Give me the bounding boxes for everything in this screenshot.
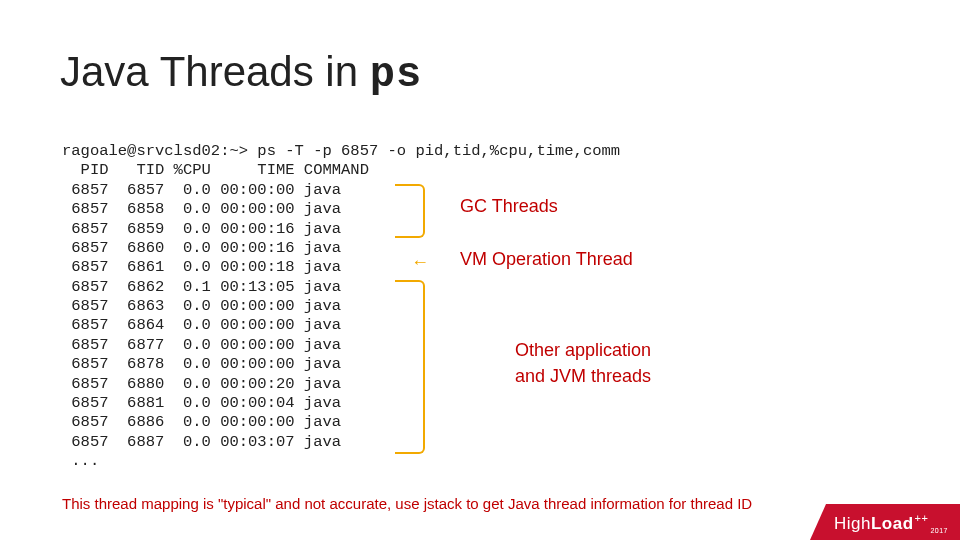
table-row: 6857 6881 0.0 00:00:04 java bbox=[62, 394, 341, 412]
brand-year: 2017 bbox=[930, 527, 948, 534]
terminal-block: ragoale@srvclsd02:~> ps -T -p 6857 -o pi… bbox=[62, 142, 620, 471]
table-row: 6857 6862 0.1 00:13:05 java bbox=[62, 278, 341, 296]
table-row: 6857 6857 0.0 00:00:00 java bbox=[62, 181, 341, 199]
table-row: 6857 6863 0.0 00:00:00 java bbox=[62, 297, 341, 315]
terminal-prompt: ragoale@srvclsd02:~> ps -T -p 6857 -o pi… bbox=[62, 142, 620, 160]
annotation-gc: GC Threads bbox=[460, 196, 558, 217]
table-row: 6857 6858 0.0 00:00:00 java bbox=[62, 200, 341, 218]
table-row: 6857 6880 0.0 00:00:20 java bbox=[62, 375, 341, 393]
annotation-other-line2: and JVM threads bbox=[515, 366, 651, 387]
brand-text: HighLoad++2017 bbox=[834, 512, 948, 534]
brand-badge: HighLoad++2017 bbox=[810, 504, 960, 540]
table-row: 6857 6886 0.0 00:00:00 java bbox=[62, 413, 341, 431]
table-row: 6857 6878 0.0 00:00:00 java bbox=[62, 355, 341, 373]
footnote: This thread mapping is "typical" and not… bbox=[62, 495, 752, 512]
table-row: 6857 6887 0.0 00:03:07 java bbox=[62, 433, 341, 451]
brand-plus: ++ bbox=[915, 512, 929, 524]
slide: Java Threads in ps ragoale@srvclsd02:~> … bbox=[0, 0, 960, 540]
bracket-gc-icon bbox=[395, 184, 425, 238]
table-row: 6857 6877 0.0 00:00:00 java bbox=[62, 336, 341, 354]
brand-strong: Load bbox=[871, 514, 914, 533]
annotation-other-line1: Other application bbox=[515, 340, 651, 361]
terminal-ellipsis: ... bbox=[62, 452, 99, 470]
table-row: 6857 6861 0.0 00:00:18 java bbox=[62, 258, 341, 276]
table-row: 6857 6860 0.0 00:00:16 java bbox=[62, 239, 341, 257]
bracket-other-icon bbox=[395, 280, 425, 454]
slide-title: Java Threads in ps bbox=[60, 48, 422, 99]
title-command: ps bbox=[370, 51, 422, 99]
brand-dim: High bbox=[834, 514, 871, 533]
terminal-header: PID TID %CPU TIME COMMAND bbox=[62, 161, 369, 179]
table-row: 6857 6864 0.0 00:00:00 java bbox=[62, 316, 341, 334]
table-row: 6857 6859 0.0 00:00:16 java bbox=[62, 220, 341, 238]
annotation-vm: VM Operation Thread bbox=[460, 249, 633, 270]
title-prefix: Java Threads in bbox=[60, 48, 370, 95]
arrow-left-icon: ← bbox=[411, 252, 429, 273]
